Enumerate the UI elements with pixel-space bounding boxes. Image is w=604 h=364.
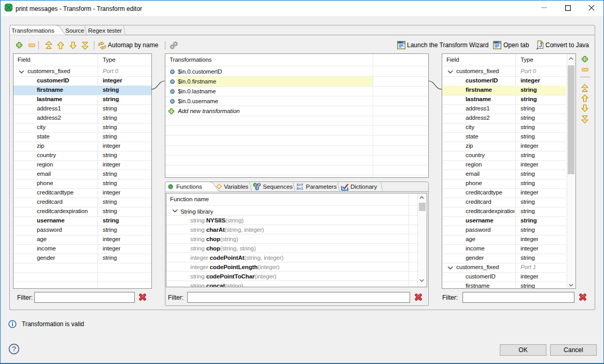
svg-text:2: 2: [258, 183, 260, 186]
svg-text:A=1: A=1: [297, 187, 303, 190]
svg-text:J: J: [539, 42, 542, 48]
svg-text:?: ?: [12, 344, 16, 353]
svg-text:3: 3: [256, 187, 258, 190]
svg-text:1: 1: [254, 184, 256, 187]
